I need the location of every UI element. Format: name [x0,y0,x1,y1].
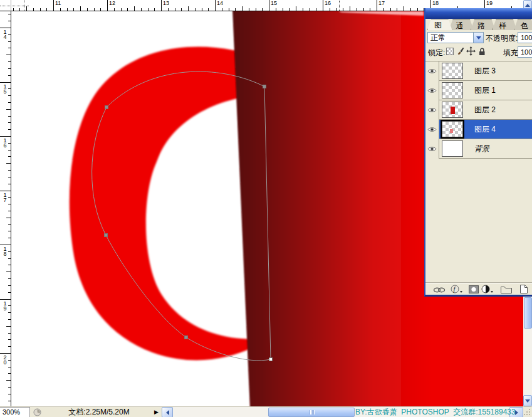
ruler-origin-dash-v [24,0,24,11]
path-anchor[interactable] [105,234,108,237]
layers-panel: 图层 通道 路径 样式 色 正常 不透明度: 100 锁定: [424,8,532,297]
document-size-info: 文档:2.25M/5.20M [45,407,153,417]
layer-thumbnail[interactable] [442,121,463,137]
eye-icon [427,107,437,113]
chevron-down-icon[interactable] [473,33,483,43]
layer-row[interactable]: 图层 1 [425,81,532,100]
path-anchor[interactable] [263,85,266,88]
layer-name: 图层 2 [474,105,496,114]
lock-transparency-icon[interactable] [445,46,454,56]
arrow-up-icon [525,4,530,7]
panel-footer: f [425,282,532,295]
layer-row[interactable]: 背景 [425,139,532,159]
tab-swatches[interactable]: 色 [514,19,532,30]
link-icon[interactable] [433,285,446,293]
horizontal-scrollbar-thumb[interactable] [268,408,355,417]
lock-paint-icon[interactable] [456,46,465,56]
visibility-toggle[interactable] [425,139,439,159]
visibility-toggle[interactable] [425,120,439,139]
window-resize-grip[interactable] [523,407,532,417]
layer-thumbnail[interactable] [442,63,463,79]
blend-mode-value: 正常 [428,33,473,43]
lock-position-icon[interactable] [466,46,476,56]
zoom-level-input[interactable]: 300% [0,407,30,417]
scroll-left-button[interactable] [162,407,173,417]
status-timer-icon [33,408,41,417]
ruler-origin-dash-h [0,6,29,6]
photoshop-window: 111213141516171819 1 41 51 61 71 81 92 0 [0,0,532,417]
tab-paths[interactable]: 路径 [471,19,496,30]
ruler-origin-corner[interactable] [0,0,11,11]
opacity-input[interactable]: 100 [518,32,532,43]
panel-tabs: 图层 通道 路径 样式 色 [425,19,532,30]
layer-row[interactable]: 图层 2 [425,100,532,120]
layer-thumbnail[interactable] [442,82,463,98]
tab-layers[interactable]: 图层 [427,19,452,30]
panel-titlebar[interactable] [425,8,532,19]
layer-thumbnail[interactable] [442,102,463,118]
scroll-down-button[interactable] [523,395,532,406]
visibility-toggle[interactable] [425,81,439,100]
vertical-scrollbar-thumb[interactable] [524,297,532,329]
opacity-label: 不透明度: [486,34,518,43]
arrow-down-icon [525,399,530,403]
visibility-toggle[interactable] [425,61,439,81]
layer-name: 图层 3 [474,66,496,75]
layer-mask-icon[interactable] [469,285,479,293]
new-group-icon[interactable] [501,285,512,293]
adjustment-layer-icon[interactable] [481,285,493,293]
layer-thumbnail[interactable] [442,140,463,157]
eye-icon [427,68,437,75]
tab-styles[interactable]: 样式 [493,19,518,30]
lock-all-icon[interactable] [477,46,486,56]
eye-icon [427,126,437,133]
layers-list: 图层 3 图层 1 图层 2 图层 4 [425,61,532,162]
layer-name: 图层 1 [474,86,496,95]
new-layer-icon[interactable] [519,285,528,293]
layer-name: 背景 [474,144,489,153]
status-popup-arrow[interactable]: ▶ [154,408,162,417]
layer-name: 图层 4 [474,125,496,134]
layer-row[interactable]: 图层 3 [425,61,532,81]
ruler-left: 1 41 51 61 71 81 92 0 [0,11,11,406]
path-anchor[interactable] [185,336,188,339]
lock-label: 锁定: [428,48,445,57]
tab-channels[interactable]: 通道 [449,19,474,30]
blend-mode-select[interactable]: 正常 [427,32,484,43]
arrow-left-icon [166,410,169,415]
layer-style-icon[interactable]: f [451,285,462,293]
eye-icon [427,87,437,94]
eye-icon [427,145,437,152]
watermark-text: BY:古欲香萧 PHOTOSHOP 交流群:155189433 [355,408,516,417]
path-anchor[interactable] [269,358,273,361]
status-bar: 300% 文档:2.25M/5.20M ▶ BY:古欲香萧 PHOTOSHOP … [0,406,532,417]
path-anchor[interactable] [105,106,108,109]
lock-row: 锁定: 填充: 100 [425,44,532,61]
blend-mode-row: 正常 不透明度: 100 [425,30,532,44]
visibility-toggle[interactable] [425,100,439,120]
layer-row[interactable]: 图层 4 [425,120,532,139]
fill-input[interactable]: 100 [518,46,532,58]
